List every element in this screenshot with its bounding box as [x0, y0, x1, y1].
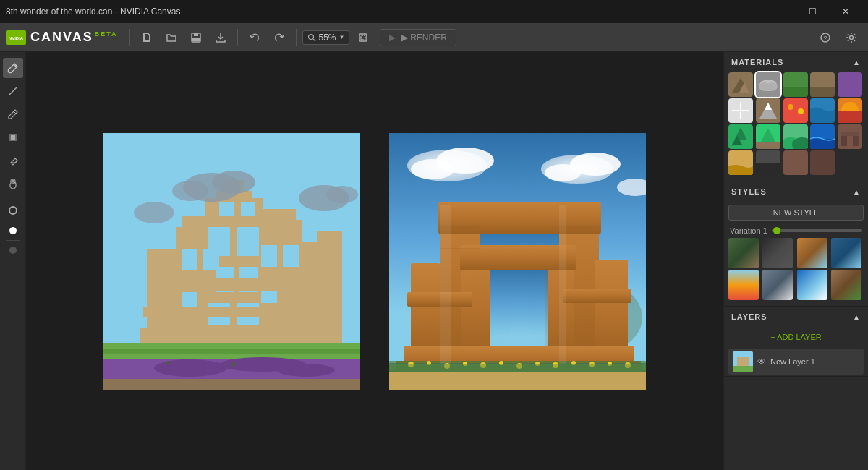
left-tools-panel: [0, 52, 26, 470]
svg-point-122: [766, 82, 778, 91]
drawing-svg: [103, 133, 360, 390]
material-water[interactable]: [810, 98, 835, 123]
material-dark[interactable]: [756, 150, 780, 175]
style-item-5[interactable]: [762, 270, 793, 300]
help-button[interactable]: ?: [814, 27, 836, 48]
render-button[interactable]: ▶ ▶ RENDER: [380, 29, 456, 46]
rendered-canvas[interactable]: [389, 133, 646, 390]
style-item-3[interactable]: [831, 238, 861, 268]
layers-collapse-icon[interactable]: ▲: [853, 313, 861, 321]
svg-rect-31: [261, 209, 296, 227]
material-grass[interactable]: [783, 72, 808, 97]
maximize-button[interactable]: ☐: [796, 0, 829, 23]
open-file-button[interactable]: [161, 27, 182, 48]
material-treemtn[interactable]: [756, 124, 780, 149]
material-clouds[interactable]: [756, 72, 780, 97]
material-forest[interactable]: [728, 124, 753, 149]
material-sand[interactable]: [728, 150, 753, 175]
svg-rect-112: [389, 364, 646, 372]
material-purple[interactable]: [838, 72, 862, 97]
style-item-0[interactable]: [728, 238, 759, 268]
style-item-6[interactable]: [797, 270, 827, 300]
material-flowers[interactable]: [783, 98, 808, 123]
export-button[interactable]: [210, 27, 231, 48]
svg-rect-48: [241, 202, 255, 216]
titlebar: 8th wonder of the world.can - NVIDIA Can…: [0, 0, 868, 23]
material-sunset[interactable]: [838, 98, 862, 123]
close-button[interactable]: ✕: [829, 0, 862, 23]
zoom-control[interactable]: 55% ▼: [302, 30, 350, 45]
styles-title: STYLES: [731, 187, 767, 196]
svg-rect-7: [194, 33, 198, 36]
svg-rect-39: [182, 249, 197, 270]
material-mountains[interactable]: [728, 72, 753, 97]
app-name: CANVASBETA: [30, 30, 118, 45]
svg-rect-12: [361, 35, 365, 40]
layers-section: LAYERS ▲ + ADD LAYER 👁 New Layer 1: [724, 307, 868, 377]
styles-collapse-icon[interactable]: ▲: [853, 188, 861, 196]
svg-rect-115: [559, 205, 566, 364]
materials-collapse-icon[interactable]: ▲: [853, 59, 861, 67]
settings-icon: [846, 32, 857, 43]
material-brown[interactable]: [783, 150, 808, 175]
toolbar: NVIDIA CANVASBETA: [0, 23, 868, 52]
new-style-button[interactable]: NEW STYLE: [728, 205, 864, 221]
material-ruins[interactable]: [838, 124, 862, 149]
variation-handle[interactable]: [773, 227, 780, 234]
svg-point-62: [277, 364, 335, 377]
color-indicator-outline[interactable]: [9, 206, 17, 215]
style-item-4[interactable]: [728, 270, 759, 300]
hand-tool[interactable]: [3, 174, 23, 194]
material-hills[interactable]: [783, 124, 808, 149]
materials-section: MATERIALS ▲: [724, 52, 868, 181]
svg-rect-18: [11, 135, 15, 140]
materials-title: MATERIALS: [731, 58, 783, 67]
svg-rect-34: [317, 231, 342, 343]
new-file-button[interactable]: [136, 27, 158, 48]
minimize-button[interactable]: —: [762, 0, 796, 23]
line-tool[interactable]: [3, 81, 23, 101]
toolbar-separator-3: [296, 29, 297, 46]
pen-tool[interactable]: [3, 104, 23, 124]
rendered-canvas-panel: [389, 133, 646, 390]
svg-point-137: [793, 102, 798, 106]
material-rock[interactable]: [810, 72, 835, 97]
redo-button[interactable]: [268, 27, 290, 48]
style-item-1[interactable]: [762, 238, 793, 268]
svg-point-53: [212, 171, 255, 194]
save-button[interactable]: [185, 27, 207, 48]
drawing-canvas[interactable]: [103, 133, 360, 390]
settings-button[interactable]: [841, 27, 862, 48]
materials-grid: [724, 72, 868, 181]
layer-visibility-icon[interactable]: 👁: [757, 356, 766, 367]
layer-name: New Layer 1: [770, 357, 859, 366]
material-snowmtn[interactable]: [756, 98, 780, 123]
variation-slider[interactable]: [772, 229, 862, 232]
layer-item[interactable]: 👁 New Layer 1: [728, 349, 864, 375]
eraser-tool[interactable]: [3, 150, 23, 171]
material-ocean[interactable]: [810, 124, 835, 149]
color-indicator-filled[interactable]: [9, 227, 17, 234]
svg-rect-49: [172, 278, 295, 291]
svg-rect-163: [733, 366, 753, 372]
fit-view-button[interactable]: [352, 27, 374, 48]
svg-rect-114: [440, 205, 451, 364]
svg-rect-113: [389, 372, 646, 390]
toolbar-separator-1: [129, 29, 130, 46]
add-layer-button[interactable]: + ADD LAYER: [728, 330, 864, 344]
styles-section: STYLES ▲ NEW STYLE Variation 1: [724, 181, 868, 307]
titlebar-title: 8th wonder of the world.can - NVIDIA Can…: [6, 7, 180, 17]
style-item-7[interactable]: [831, 270, 861, 300]
style-item-2[interactable]: [797, 238, 827, 268]
fill-icon: [7, 132, 19, 143]
svg-line-17: [14, 111, 16, 114]
brush-size-indicator[interactable]: [9, 247, 17, 254]
drawing-canvas-panel: [103, 133, 360, 390]
material-snow[interactable]: [728, 98, 753, 123]
fill-tool[interactable]: [3, 127, 23, 148]
undo-button[interactable]: [244, 27, 265, 48]
paint-brush-tool[interactable]: [3, 58, 23, 78]
svg-rect-64: [103, 349, 360, 354]
svg-rect-8: [192, 38, 200, 41]
material-darkbrown[interactable]: [810, 150, 835, 175]
